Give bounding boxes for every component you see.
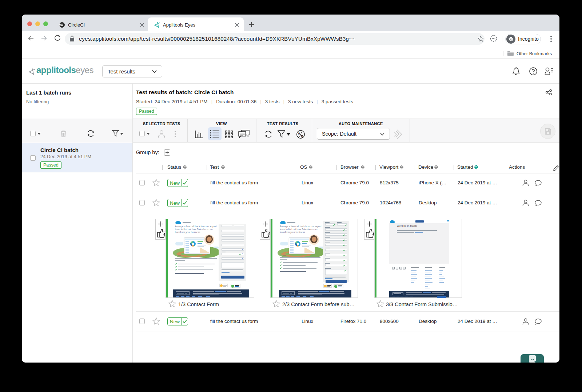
svg-text:B: B	[301, 135, 303, 138]
svg-text:A: A	[298, 132, 300, 135]
